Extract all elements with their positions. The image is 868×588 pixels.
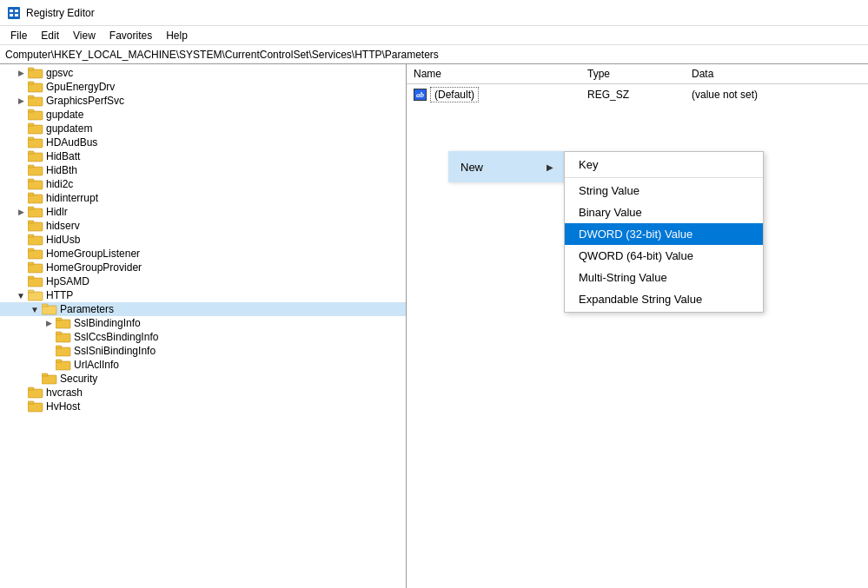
folder-icon bbox=[28, 136, 43, 149]
menu-bar: File Edit View Favorites Help bbox=[0, 26, 868, 45]
new-button[interactable]: New ▶ bbox=[448, 151, 564, 182]
submenu-item-multistring[interactable]: Multi-String Value bbox=[565, 267, 763, 288]
col-header-data: Data bbox=[685, 66, 868, 82]
svg-rect-13 bbox=[28, 125, 43, 134]
tree-item-http[interactable]: ▼ HTTP bbox=[0, 288, 406, 302]
svg-rect-15 bbox=[28, 139, 43, 148]
tree-label: SslSniBindingInfo bbox=[74, 345, 156, 357]
tree-item-hidi2c[interactable]: ▶ hidi2c bbox=[0, 177, 406, 191]
svg-rect-31 bbox=[28, 250, 43, 259]
svg-rect-16 bbox=[28, 137, 34, 140]
svg-rect-6 bbox=[28, 68, 34, 70]
svg-rect-35 bbox=[28, 278, 43, 287]
context-menu: New ▶ Key String Value Binary Value DWOR… bbox=[448, 151, 764, 313]
folder-icon bbox=[56, 331, 71, 343]
tree-item-hvhost[interactable]: ▶ HvHost bbox=[0, 400, 406, 413]
tree-label: Hidlr bbox=[46, 206, 68, 218]
menu-help[interactable]: Help bbox=[159, 28, 195, 43]
tree-item-hidbatt[interactable]: ▶ HidBatt bbox=[0, 149, 406, 163]
arrow-icon: ▶ bbox=[14, 96, 28, 105]
new-button-label: New bbox=[461, 161, 483, 174]
menu-edit[interactable]: Edit bbox=[34, 28, 66, 43]
svg-rect-3 bbox=[10, 14, 13, 17]
tree-label: HidBth bbox=[46, 164, 77, 176]
tree-label: Parameters bbox=[60, 303, 114, 315]
folder-icon bbox=[42, 373, 57, 385]
tree-item-gpsvc[interactable]: ▶ gpsvc bbox=[0, 66, 406, 80]
table-row[interactable]: ab (Default) REG_SZ (value not set) bbox=[407, 84, 868, 105]
folder-icon bbox=[28, 81, 43, 93]
svg-rect-5 bbox=[28, 69, 43, 78]
svg-rect-7 bbox=[28, 83, 43, 92]
tree-item-hidlr[interactable]: ▶ Hidlr bbox=[0, 205, 406, 219]
folder-icon bbox=[28, 261, 43, 274]
tree-item-homegrouplistener[interactable]: ▶ HomeGroupListener bbox=[0, 247, 406, 261]
svg-rect-52 bbox=[28, 387, 34, 390]
svg-rect-39 bbox=[42, 306, 56, 314]
submenu-arrow-icon: ▶ bbox=[547, 162, 553, 172]
menu-view[interactable]: View bbox=[66, 28, 103, 43]
tree-item-hdaudbus[interactable]: ▶ HDAudBus bbox=[0, 135, 406, 149]
folder-icon bbox=[42, 303, 57, 315]
tree-item-urlaclinfo[interactable]: ▶ UrlAclInfo bbox=[0, 358, 406, 372]
svg-rect-50 bbox=[42, 373, 48, 376]
svg-rect-28 bbox=[28, 221, 34, 223]
svg-rect-19 bbox=[28, 167, 43, 175]
tree-item-hidusb[interactable]: ▶ HidUsb bbox=[0, 233, 406, 247]
folder-icon bbox=[28, 150, 43, 162]
svg-rect-41 bbox=[56, 320, 70, 328]
submenu-separator bbox=[565, 177, 763, 178]
tree-item-gupdate[interactable]: ▶ gupdate bbox=[0, 108, 406, 122]
tree-item-sslbindinginfo[interactable]: ▶ SslBindingInfo bbox=[0, 316, 406, 330]
tree-label: HpSAMD bbox=[46, 275, 89, 287]
tree-item-parameters[interactable]: ▼ Parameters bbox=[0, 302, 406, 316]
tree-item-hidinterrupt[interactable]: ▶ hidinterrupt bbox=[0, 191, 406, 205]
tree-label: HTTP bbox=[46, 289, 73, 301]
tree-item-sslsnibindinginfo[interactable]: ▶ SslSniBindingInfo bbox=[0, 344, 406, 358]
cell-data: (value not set) bbox=[685, 88, 868, 102]
svg-rect-30 bbox=[28, 235, 34, 237]
folder-icon bbox=[28, 386, 43, 399]
tree-item-gupdatem[interactable]: ▶ gupdatem bbox=[0, 122, 406, 135]
svg-rect-32 bbox=[28, 248, 34, 251]
tree-item-hidbth[interactable]: ▶ HidBth bbox=[0, 163, 406, 177]
tree-scroll[interactable]: ▶ gpsvc ▶ GpuEnergyDrv ▶ bbox=[0, 64, 406, 588]
submenu-item-string-value[interactable]: String Value bbox=[565, 180, 763, 202]
title-bar: Registry Editor bbox=[0, 0, 868, 26]
tree-item-graphicsperfsvc[interactable]: ▶ GraphicsPerfSvc bbox=[0, 94, 406, 108]
tree-label: GraphicsPerfSvc bbox=[46, 95, 124, 107]
tree-label: hidi2c bbox=[46, 178, 73, 190]
submenu-item-binary-value[interactable]: Binary Value bbox=[565, 202, 763, 223]
tree-label: hvcrash bbox=[46, 386, 83, 399]
submenu-item-qword[interactable]: QWORD (64-bit) Value bbox=[565, 245, 763, 267]
svg-rect-11 bbox=[28, 111, 43, 120]
tree-item-gpuenergydrv[interactable]: ▶ GpuEnergyDrv bbox=[0, 80, 406, 94]
arrow-icon: ▼ bbox=[14, 291, 28, 301]
tree-label: Security bbox=[60, 373, 97, 385]
submenu-item-key[interactable]: Key bbox=[565, 154, 763, 175]
tree-item-homegroupprovider[interactable]: ▶ HomeGroupProvider bbox=[0, 261, 406, 274]
menu-file[interactable]: File bbox=[3, 28, 34, 43]
svg-rect-9 bbox=[28, 97, 43, 106]
column-headers: Name Type Data bbox=[407, 64, 868, 84]
default-key-name: (Default) bbox=[430, 87, 479, 102]
svg-rect-20 bbox=[28, 165, 34, 168]
submenu: Key String Value Binary Value DWORD (32-… bbox=[564, 151, 764, 313]
tree-item-security[interactable]: ▶ Security bbox=[0, 372, 406, 386]
address-path: Computer\HKEY_LOCAL_MACHINE\SYSTEM\Curre… bbox=[5, 49, 439, 61]
svg-rect-54 bbox=[28, 401, 34, 404]
tree-label: hidinterrupt bbox=[46, 192, 98, 204]
tree-item-hvcrash[interactable]: ▶ hvcrash bbox=[0, 386, 406, 400]
submenu-item-dword[interactable]: DWORD (32-bit) Value bbox=[565, 223, 763, 245]
tree-item-sslccsbindinginfo[interactable]: ▶ SslCcsBindingInfo bbox=[0, 330, 406, 344]
menu-favorites[interactable]: Favorites bbox=[103, 28, 159, 43]
svg-rect-1 bbox=[10, 10, 13, 12]
tree-item-hpsamd[interactable]: ▶ HpSAMD bbox=[0, 274, 406, 288]
svg-rect-21 bbox=[28, 181, 43, 189]
submenu-dword-label: DWORD (32-bit) Value bbox=[579, 228, 692, 241]
svg-rect-40 bbox=[42, 304, 48, 307]
tree-item-hidserv[interactable]: ▶ hidserv bbox=[0, 219, 406, 233]
submenu-item-expandable[interactable]: Expandable String Value bbox=[565, 288, 763, 310]
svg-rect-26 bbox=[28, 207, 34, 209]
folder-icon bbox=[28, 95, 43, 107]
